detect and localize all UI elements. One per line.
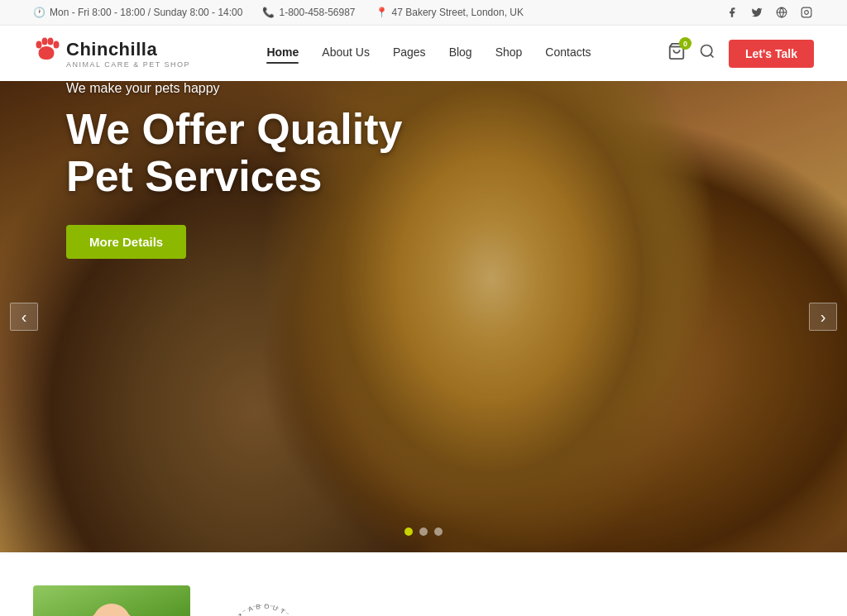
header-actions: 0 Let's Talk — [668, 40, 814, 68]
arrow-right-icon: › — [821, 308, 826, 325]
slider-dots — [404, 528, 443, 536]
hours-text: Mon - Fri 8:00 - 18:00 / Sunday 8:00 - 1… — [50, 7, 242, 18]
svg-point-9 — [701, 45, 712, 56]
about-image-container — [33, 585, 199, 616]
svg-point-6 — [48, 38, 54, 45]
hero-subtitle: We make your pets happy — [66, 81, 847, 96]
circular-badge: ABOUT US • ABOUT US • ABOUT US • — [219, 599, 309, 616]
hero-slider: We make your pets happy We Offer Quality… — [0, 81, 847, 552]
dot-3[interactable] — [434, 528, 443, 536]
more-details-button[interactable]: More Details — [66, 225, 186, 259]
top-bar: 🕐 Mon - Fri 8:00 - 18:00 / Sunday 8:00 -… — [0, 0, 847, 26]
lets-talk-button[interactable]: Let's Talk — [729, 40, 814, 68]
hero-title: We Offer Quality Pet Services — [66, 106, 463, 200]
hours-item: 🕐 Mon - Fri 8:00 - 18:00 / Sunday 8:00 -… — [33, 7, 242, 18]
svg-line-10 — [711, 55, 714, 58]
instagram-icon[interactable] — [799, 5, 814, 20]
social-links — [725, 5, 814, 20]
facebook-icon[interactable] — [725, 5, 739, 20]
arrow-left-icon: ‹ — [22, 308, 27, 325]
dot-1[interactable] — [404, 528, 413, 536]
phone-text: 1-800-458-56987 — [279, 7, 355, 18]
logo-text: Chinchilla Animal Care & Pet Shop — [66, 39, 190, 69]
person-head — [93, 604, 131, 616]
svg-text:ABOUT US • ABOUT US • ABOUT US: ABOUT US • ABOUT US • ABOUT US • — [219, 599, 304, 616]
location-icon: 📍 — [376, 7, 388, 18]
svg-point-7 — [54, 41, 60, 49]
nav-blog[interactable]: Blog — [449, 45, 472, 62]
dot-2[interactable] — [419, 528, 428, 536]
nav-home[interactable]: Home — [266, 45, 299, 62]
svg-point-5 — [42, 38, 48, 45]
about-person-image — [33, 585, 190, 616]
main-nav: Home About Us Pages Blog Shop Contacts — [266, 45, 591, 62]
svg-point-4 — [36, 41, 42, 49]
slider-prev-button[interactable]: ‹ — [10, 303, 38, 331]
clock-icon: 🕐 — [33, 7, 45, 18]
paw-icon — [33, 37, 60, 69]
nav-contacts[interactable]: Contacts — [545, 45, 591, 62]
logo[interactable]: Chinchilla Animal Care & Pet Shop — [33, 37, 190, 69]
logo-tagline: Animal Care & Pet Shop — [66, 60, 190, 69]
phone-icon: 📞 — [262, 7, 275, 18]
nav-about[interactable]: About Us — [322, 45, 370, 62]
below-hero-section: ABOUT US • ABOUT US • ABOUT US • — [0, 552, 847, 616]
slider-next-button[interactable]: › — [809, 303, 837, 331]
circular-text-svg: ABOUT US • ABOUT US • ABOUT US • — [219, 599, 309, 616]
twitter-icon[interactable] — [749, 5, 764, 20]
top-bar-info: 🕐 Mon - Fri 8:00 - 18:00 / Sunday 8:00 -… — [33, 7, 524, 18]
svg-rect-2 — [802, 7, 811, 17]
cart-count: 0 — [679, 37, 691, 50]
address-item: 📍 47 Bakery Street, London, UK — [376, 7, 524, 18]
hero-content: We make your pets happy We Offer Quality… — [0, 81, 847, 259]
header: Chinchilla Animal Care & Pet Shop Home A… — [0, 26, 847, 81]
logo-name: Chinchilla — [66, 39, 190, 60]
cart-button[interactable]: 0 — [668, 42, 686, 64]
globe-icon[interactable] — [774, 5, 789, 20]
address-text: 47 Bakery Street, London, UK — [392, 7, 524, 18]
nav-shop[interactable]: Shop — [495, 45, 523, 62]
search-button[interactable] — [699, 43, 715, 64]
nav-pages[interactable]: Pages — [393, 45, 426, 62]
phone-item: 📞 1-800-458-56987 — [262, 7, 355, 18]
